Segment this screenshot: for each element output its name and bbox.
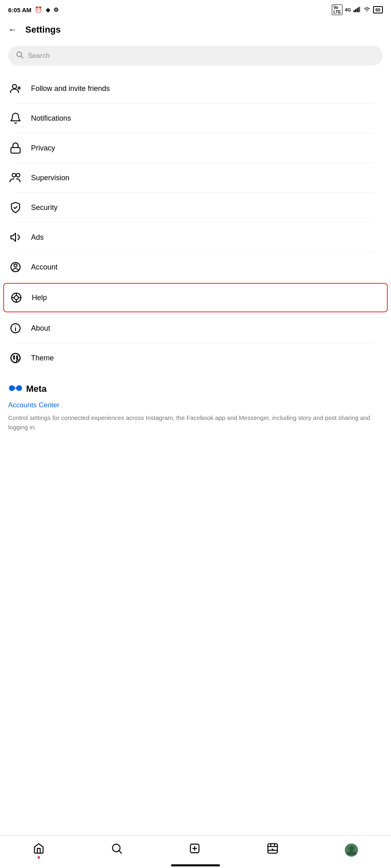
home-indicator: [171, 864, 220, 866]
meta-brand-text: Meta: [26, 384, 47, 394]
svg-line-6: [21, 56, 23, 58]
follow-icon: [8, 81, 23, 96]
search-icon: [16, 51, 24, 61]
svg-point-13: [19, 237, 20, 238]
svg-point-26: [13, 356, 15, 357]
settings-item-notifications[interactable]: Notifications: [8, 104, 383, 133]
search-container: Search: [0, 42, 391, 74]
settings-item-privacy[interactable]: Privacy: [8, 133, 383, 163]
nav-profile[interactable]: [345, 844, 358, 857]
create-icon: [189, 843, 200, 857]
search-nav-icon: [111, 843, 122, 857]
ads-label: Ads: [31, 233, 44, 242]
about-label: About: [31, 324, 50, 333]
svg-rect-1: [355, 9, 356, 12]
svg-point-42: [349, 846, 354, 851]
nav-search[interactable]: [111, 843, 122, 857]
svg-point-28: [13, 358, 15, 359]
search-placeholder: Search: [28, 52, 50, 60]
nav-create[interactable]: [189, 843, 200, 857]
header: ← Settings: [0, 18, 391, 42]
status-bar: 6:05 AM ⏰ ◈ ⚙ VoLTE 4G 60: [0, 0, 391, 18]
svg-rect-2: [357, 8, 358, 12]
svg-point-7: [13, 84, 17, 88]
svg-rect-35: [268, 844, 277, 853]
signal-icon: [353, 7, 361, 13]
network-4g-icon: 4G: [345, 7, 351, 12]
status-right-icons: VoLTE 4G 60: [332, 4, 383, 15]
search-bar[interactable]: Search: [8, 46, 383, 66]
account-label: Account: [31, 263, 58, 272]
reels-icon: [267, 843, 278, 857]
status-time: 6:05 AM: [8, 7, 31, 13]
settings-item-about[interactable]: About: [8, 314, 383, 343]
theme-icon: [8, 351, 23, 365]
follow-label: Follow and invite friends: [31, 84, 110, 93]
meta-logo: Meta: [8, 382, 383, 395]
supervision-icon: [8, 170, 23, 185]
privacy-label: Privacy: [31, 144, 55, 152]
alarm-icon: ⏰: [35, 6, 42, 13]
bottom-nav: [0, 835, 391, 868]
home-nav-dot: [38, 856, 40, 859]
info-icon: [8, 321, 23, 336]
page-title: Settings: [25, 24, 61, 35]
account-icon: [8, 260, 23, 274]
nav-reels[interactable]: [267, 843, 278, 857]
svg-rect-0: [353, 10, 355, 12]
help-label: Help: [32, 294, 47, 302]
security-icon: [8, 200, 23, 215]
svg-point-29: [16, 358, 18, 359]
svg-rect-4: [360, 7, 361, 12]
security-label: Security: [31, 203, 58, 212]
nfc-icon: ◈: [46, 7, 50, 13]
volte-icon: VoLTE: [332, 4, 342, 15]
settings-list: Follow and invite friends Notifications: [0, 74, 391, 373]
svg-point-24: [15, 325, 16, 326]
notifications-label: Notifications: [31, 114, 71, 123]
accounts-center-link[interactable]: Accounts Center: [8, 401, 383, 409]
settings-item-theme[interactable]: Theme: [8, 343, 383, 373]
settings-item-ads[interactable]: Ads: [8, 223, 383, 252]
svg-point-17: [14, 296, 18, 300]
settings-item-help[interactable]: Help: [3, 283, 388, 312]
status-time-area: 6:05 AM ⏰ ◈ ⚙: [8, 6, 59, 13]
back-button[interactable]: ←: [8, 24, 17, 35]
svg-line-31: [119, 850, 121, 853]
bell-icon: [8, 111, 23, 126]
nav-home[interactable]: [33, 843, 44, 857]
home-icon: [33, 843, 44, 857]
gear-icon: ⚙: [53, 7, 59, 13]
help-icon: [9, 290, 24, 305]
svg-point-12: [16, 173, 20, 177]
meta-infinity-icon: [8, 382, 23, 395]
meta-section: Meta Accounts Center Control settings fo…: [0, 373, 391, 438]
settings-item-supervision[interactable]: Supervision: [8, 163, 383, 192]
svg-point-15: [14, 264, 17, 267]
lock-icon: [8, 141, 23, 155]
settings-item-account[interactable]: Account: [8, 252, 383, 282]
theme-label: Theme: [31, 354, 54, 362]
profile-avatar: [345, 844, 358, 857]
supervision-label: Supervision: [31, 174, 69, 182]
settings-item-security[interactable]: Security: [8, 193, 383, 222]
settings-item-follow[interactable]: Follow and invite friends: [8, 74, 383, 103]
ads-icon: [8, 230, 23, 245]
svg-rect-3: [358, 7, 360, 12]
wifi-icon: [363, 7, 371, 13]
svg-point-11: [12, 173, 16, 177]
svg-rect-10: [11, 148, 20, 153]
svg-point-27: [16, 356, 18, 357]
meta-description: Control settings for connected experienc…: [8, 413, 383, 432]
battery-icon: 60: [373, 6, 383, 13]
